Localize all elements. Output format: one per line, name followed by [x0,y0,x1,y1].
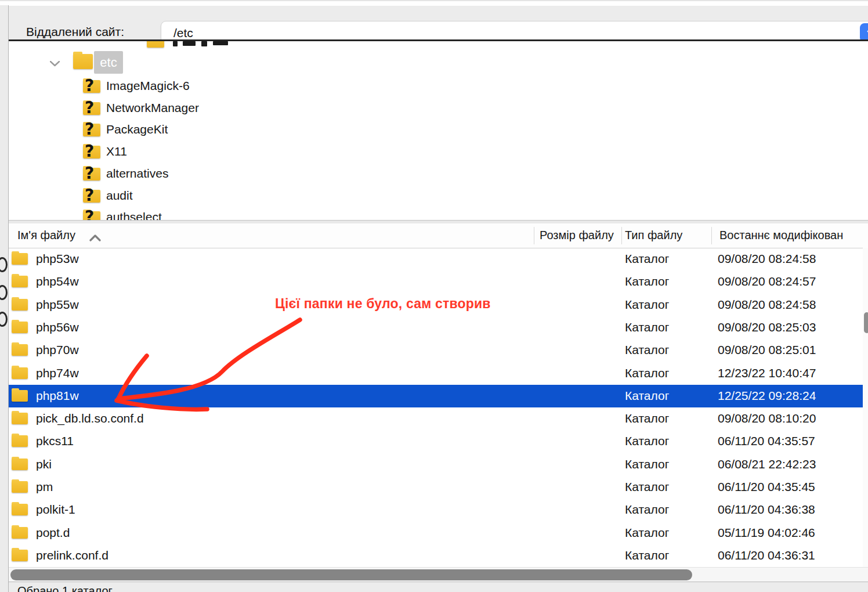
folder-icon-clipped [147,41,164,48]
table-row[interactable]: php53w Каталог 09/08/20 08:24:58 [9,248,863,270]
unknown-folder-icon: ? [83,100,100,115]
table-row[interactable]: pick_db.ld.so.conf.d Каталог 09/08/20 08… [9,407,863,430]
tree-item[interactable]: ? NetworkManager [9,99,868,120]
unknown-folder-icon: ? [83,144,100,159]
column-header-filename[interactable]: Ім'я файлу [17,229,75,242]
remote-site-path[interactable]: /etc [173,26,193,40]
table-row[interactable]: pm Каталог 06/11/20 04:35:45 [9,476,863,499]
cell-modified: 05/11/19 04:02:46 [718,526,815,540]
cell-modified: 06/08/21 22:42:23 [718,457,816,471]
cell-modified: 06/11/20 04:36:38 [718,503,815,517]
cell-modified: 09/08/20 08:24:58 [718,252,816,266]
cell-filename: polkit-1 [36,503,75,517]
cell-filename: prelink.conf.d [36,548,108,562]
table-row[interactable]: popt.d Каталог 05/11/19 04:02:46 [9,522,863,544]
folder-icon [12,320,28,334]
tree-item[interactable]: ? audit [9,186,868,207]
question-mark-glyph: ? [85,142,94,161]
cell-modified: 09/08/20 08:10:20 [718,411,816,425]
remote-site-bar: Віддалений сайт: /etc [9,6,868,39]
horizontal-scrollbar-thumb[interactable] [10,569,692,580]
left-pane-edge [0,5,9,592]
folder-icon [73,52,93,69]
cell-filename: pm [36,480,53,494]
tree-item[interactable]: ? alternatives [9,164,868,185]
column-header-filesize[interactable]: Розмір файлу [540,229,620,242]
cell-filetype: Каталог [625,434,669,448]
table-row[interactable]: php70w Каталог 09/08/20 08:25:01 [9,339,863,362]
cell-filetype: Каталог [625,389,669,403]
tree-item[interactable]: ? PackageKit [9,120,868,141]
cell-filename: pick_db.ld.so.conf.d [36,411,144,425]
tree-item-label: PackageKit [106,122,168,136]
vertical-scrollbar-track[interactable] [863,248,868,567]
folder-icon [12,274,28,288]
table-row[interactable]: prelink.conf.d Каталог 06/11/20 04:36:31 [9,544,863,567]
vertical-scrollbar-thumb[interactable] [864,312,868,333]
cell-filetype: Каталог [625,343,669,357]
table-row[interactable]: php74w Каталог 12/23/22 10:40:47 [9,362,863,385]
cell-modified: 06/11/20 04:35:57 [718,434,815,448]
tree-item-label: alternatives [106,167,168,181]
question-mark-glyph: ? [85,120,94,139]
column-header-modified[interactable]: Востаннє модифікован [719,229,862,242]
tree-item-label: X11 [106,145,127,158]
sort-ascending-icon [89,231,101,244]
cell-filetype: Каталог [625,411,669,425]
tree-expander-chevron-icon[interactable] [50,59,60,69]
remote-directory-tree[interactable]: etc ? ImageMagick-6 ? NetworkManager ? P… [9,41,868,221]
column-divider[interactable] [711,227,712,244]
cell-filename: php55w [36,298,79,312]
table-row[interactable]: polkit-1 Каталог 06/11/20 04:36:38 [9,499,863,521]
column-divider[interactable] [621,227,622,244]
status-bar: Обрано 1 каталог [9,582,868,592]
cropped-glyph-fragment [0,285,8,300]
table-row[interactable]: php56w Каталог 09/08/20 08:25:03 [9,316,863,339]
cropped-glyph-fragment [0,257,8,272]
cell-filetype: Каталог [625,457,669,471]
cell-filetype: Каталог [625,275,669,288]
unknown-folder-icon: ? [83,122,100,137]
question-mark-glyph: ? [85,207,94,221]
cell-modified: 06/11/20 04:36:31 [718,548,815,562]
folder-icon [12,525,28,539]
table-row[interactable]: php54w Каталог 09/08/20 08:24:57 [9,270,863,293]
column-header-filetype[interactable]: Тип файлу [625,229,706,242]
remote-site-label: Віддалений сайт: [26,25,124,39]
cell-filetype: Каталог [625,548,669,562]
column-divider[interactable] [534,227,534,244]
horizontal-scrollbar-track[interactable] [9,567,868,582]
cell-filetype: Каталог [625,252,669,266]
question-mark-glyph: ? [85,98,94,117]
folder-icon [12,411,28,425]
tree-item-label: NetworkManager [106,101,199,115]
cell-filename: php74w [36,366,79,380]
cell-modified: 09/08/20 08:25:01 [718,343,816,357]
cell-modified: 12/25/22 09:28:24 [718,389,816,403]
folder-icon [12,251,28,265]
cell-filetype: Каталог [625,526,669,540]
cell-filename: php53w [36,252,79,266]
remote-file-list[interactable]: Ім'я файлу Розмір файлу Тип файлу Востан… [9,223,868,582]
cell-filename: pkcs11 [36,434,74,448]
folder-icon [12,502,28,516]
cell-filename: php54w [36,275,79,288]
cell-modified: 06/11/20 04:35:45 [718,480,815,494]
folder-icon [12,388,28,402]
tree-item[interactable]: ? X11 [9,142,868,163]
question-mark-glyph: ? [85,164,94,183]
tree-item[interactable]: ? ImageMagick-6 [9,77,868,98]
cell-filename: pki [36,457,52,471]
tree-item-label: ImageMagick-6 [106,79,190,93]
question-mark-glyph: ? [85,76,94,95]
tree-item[interactable]: ? authselect [9,208,868,221]
cell-filetype: Каталог [625,480,669,494]
filezilla-remote-pane: Віддалений сайт: /etc etc [0,0,868,592]
cell-filename: php56w [36,320,79,334]
cell-modified: 09/08/20 08:25:03 [718,320,816,334]
tree-item-etc[interactable]: etc [94,51,123,74]
table-row[interactable]: pkcs11 Каталог 06/11/20 04:35:57 [9,430,863,453]
table-row[interactable]: pki Каталог 06/08/21 22:42:23 [9,453,863,476]
table-row[interactable]: php81w Каталог 12/25/22 09:28:24 [9,385,863,407]
unknown-folder-icon: ? [83,188,100,203]
